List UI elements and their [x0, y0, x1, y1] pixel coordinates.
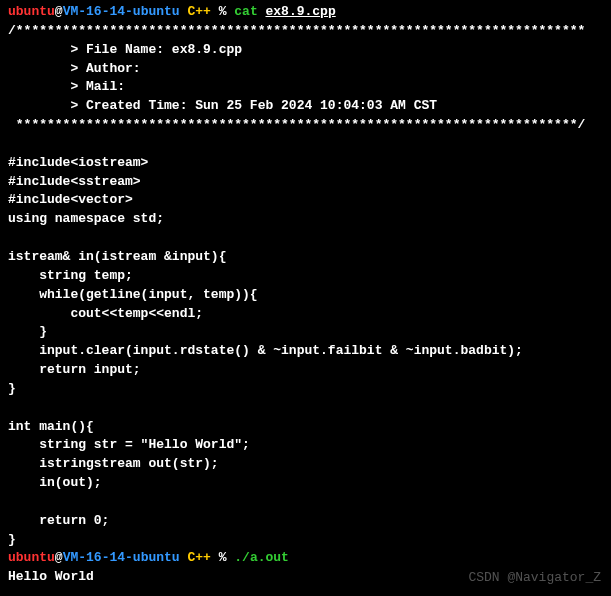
prompt-host: VM-16-14-ubuntu	[63, 550, 180, 565]
code-line: using namespace std;	[8, 210, 603, 229]
command-run: ./a.out	[234, 550, 289, 565]
code-line: return 0;	[8, 512, 603, 531]
prompt-at: @	[55, 550, 63, 565]
prompt-pct: %	[211, 550, 234, 565]
code-line: string str = "Hello World";	[8, 436, 603, 455]
prompt-at: @	[55, 4, 63, 19]
header-top: /***************************************…	[8, 22, 603, 41]
blank-line	[8, 493, 603, 512]
prompt-user: ubuntu	[8, 550, 55, 565]
blank-line	[8, 399, 603, 418]
code-line: int main(){	[8, 418, 603, 437]
code-line: input.clear(input.rdstate() & ~input.fai…	[8, 342, 603, 361]
code-line: in(out);	[8, 474, 603, 493]
blank-line	[8, 229, 603, 248]
header-filename: > File Name: ex8.9.cpp	[8, 41, 603, 60]
code-line: string temp;	[8, 267, 603, 286]
code-line: }	[8, 531, 603, 550]
code-line: #include<vector>	[8, 191, 603, 210]
code-line: }	[8, 323, 603, 342]
code-line: }	[8, 380, 603, 399]
header-mail: > Mail:	[8, 78, 603, 97]
prompt-line-2: ubuntu@VM-16-14-ubuntu C++ % ./a.out	[8, 549, 603, 568]
code-line: return input;	[8, 361, 603, 380]
prompt-pct: %	[211, 4, 234, 19]
code-line: istringstream out(str);	[8, 455, 603, 474]
command-cat: cat	[234, 4, 257, 19]
prompt-dir: C++	[180, 550, 211, 565]
watermark: CSDN @Navigator_Z	[468, 569, 601, 588]
code-line: #include<iostream>	[8, 154, 603, 173]
code-line: istream& in(istream &input){	[8, 248, 603, 267]
header-author: > Author:	[8, 60, 603, 79]
code-line: cout<<temp<<endl;	[8, 305, 603, 324]
blank-line	[8, 135, 603, 154]
prompt-user: ubuntu	[8, 4, 55, 19]
prompt-host: VM-16-14-ubuntu	[63, 4, 180, 19]
command-arg: ex8.9.cpp	[266, 4, 336, 19]
header-created: > Created Time: Sun 25 Feb 2024 10:04:03…	[8, 97, 603, 116]
prompt-dir: C++	[180, 4, 211, 19]
header-bot: ****************************************…	[8, 116, 603, 135]
code-line: while(getline(input, temp)){	[8, 286, 603, 305]
prompt-line-1: ubuntu@VM-16-14-ubuntu C++ % cat ex8.9.c…	[8, 3, 603, 22]
code-line: #include<sstream>	[8, 173, 603, 192]
